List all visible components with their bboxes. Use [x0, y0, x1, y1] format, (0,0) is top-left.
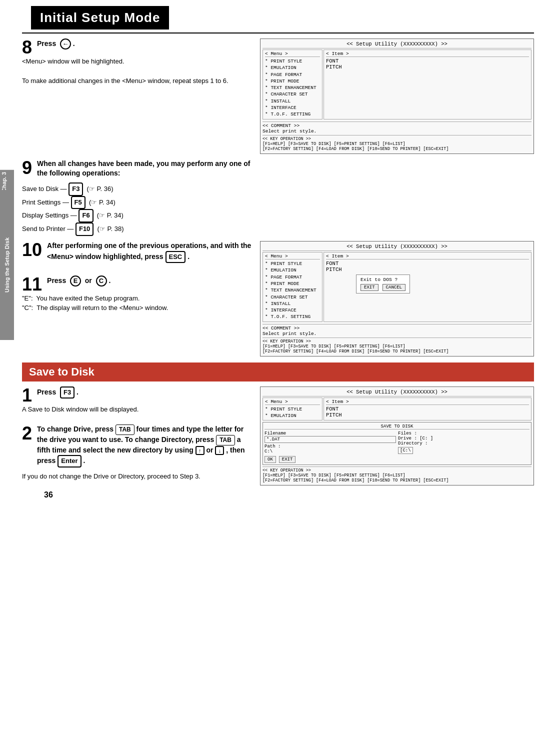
step-11-body: "E": You have exited the Setup program. … [22, 294, 252, 313]
setup-comment-1: << COMMENT >> Select print style. [262, 122, 532, 134]
setup-inner-1: < Menu > * PRINT STYLE * EMULATION * PAG… [262, 50, 532, 120]
setup-inner-3: < Menu > * PRINT STYLE * EMULATION < Ite… [262, 398, 532, 421]
filename-label: Filename [264, 431, 396, 436]
setup-item-header-1: < Item > [326, 51, 529, 57]
save-step-2-title: To change Drive, press TAB four times an… [37, 424, 252, 467]
setup-comment-2: << COMMENT >> Select print style. [262, 324, 532, 336]
exit-dialog-title: Exit to DOS ? [360, 277, 406, 282]
section-divider [22, 32, 534, 34]
step-9-row: 9 When all changes have been made, you m… [22, 159, 534, 236]
setup-menu-col-3: < Menu > * PRINT STYLE * EMULATION [262, 398, 322, 421]
menu-item-2-4: * PRINT MODE [265, 280, 320, 287]
page-title: Initial Setup Mode [40, 10, 160, 26]
step-9-number: 9 [22, 159, 32, 177]
tab-key-2: TAB [216, 435, 235, 446]
step-8-number: 8 [22, 38, 32, 56]
step-8-body2: To make additional changes in the <Menu>… [22, 76, 252, 86]
setup-title-2: << Setup Utility (XXXXXXXXXX) >> [262, 244, 532, 251]
step-10-11-row: 10 After performing one of the previous … [22, 241, 534, 356]
setup-item-col-2: < Item > FONT PITCH Exit to DOS ? EXIT C… [324, 252, 532, 322]
key-e: E [70, 276, 81, 286]
step-10-number: 10 [22, 241, 42, 259]
key-f5: F5 [71, 196, 86, 210]
step-9-item-3: Display Settings — F6 (☞ P. 34) [22, 209, 252, 222]
save-step-1-body: A Save to Disk window will be displayed. [22, 404, 252, 414]
save-to-disk-header: Save to Disk [22, 362, 534, 382]
key-f6: F6 [78, 209, 93, 222]
setup-title-3: << Setup Utility (XXXXXXXXXX) >> [262, 389, 532, 396]
setup-inner-2: < Menu > * PRINT STYLE * EMULATION * PAG… [262, 252, 532, 322]
path-value: C:\ [264, 449, 396, 454]
setup-keyop-2: << KEY OPERATION >> [F1=HELP] [F3=SAVE T… [262, 338, 532, 354]
setup-font-3: FONT [326, 406, 529, 412]
filename-field: *.DAT [264, 436, 396, 443]
step-9-item-4: Send to Printer — F10 (☞ P. 38) [22, 222, 252, 236]
step-8-row: 8 Press ← . <Menu> window will be highli… [22, 38, 534, 154]
menu-item-1-5: * TEXT ENHANCEMENT [265, 84, 320, 91]
setup-menu-header-1: < Menu > [265, 51, 320, 57]
menu-item-2-5: * TEXT ENHANCEMENT [265, 287, 320, 294]
step-11: 11 Press E or C . "E": You have exited t… [22, 276, 252, 313]
exit-btn-save[interactable]: EXIT [279, 456, 296, 463]
step-9-right [260, 159, 534, 236]
key-c: C [96, 276, 107, 286]
menu-item-1-8: * INTERFACE [265, 104, 320, 111]
menu-item-2-6: * CHARACTER SET [265, 294, 320, 300]
save-steps-row: 1 Press F3 . A Save to Disk window will … [22, 386, 534, 486]
or-label: or [85, 276, 92, 284]
save-steps-left: 1 Press F3 . A Save to Disk window will … [22, 386, 252, 486]
ok-btn[interactable]: OK [264, 456, 276, 463]
menu-item-1-4: * PRINT MODE [265, 78, 320, 84]
menu-item-1-3: * PAGE FORMAT [265, 72, 320, 78]
setup-menu-col-1: < Menu > * PRINT STYLE * EMULATION * PAG… [262, 50, 322, 120]
setup-keyop-3: << KEY OPERATION >> [F1=HELP] [F3=SAVE T… [262, 466, 532, 483]
files-label: Files : [398, 431, 530, 436]
menu-item-2-7: * INSTALL [265, 300, 320, 307]
ok-exit-row: OK EXIT [264, 456, 396, 463]
setup-keyop-1: << KEY OPERATION >> [F1=HELP] [F3=SAVE T… [262, 135, 532, 152]
step-9-left: 9 When all changes have been made, you m… [22, 159, 252, 236]
cancel-btn: CANCEL [382, 284, 406, 291]
save-steps-right: << Setup Utility (XXXXXXXXXX) >> < Menu … [260, 386, 534, 486]
setup-utility-box-2: << Setup Utility (XXXXXXXXXX) >> < Menu … [260, 241, 534, 356]
step-11-number: 11 [22, 276, 42, 294]
step-9-body: Save to Disk — F3 (☞ P. 36) Print Settin… [22, 182, 252, 236]
key-esc: ESC [166, 251, 186, 263]
setup-menu-col-2: < Menu > * PRINT STYLE * EMULATION * PAG… [262, 252, 322, 322]
menu-item-2-8: * INTERFACE [265, 307, 320, 314]
setup-menu-header-3: < Menu > [265, 399, 320, 405]
exit-btn: EXIT [360, 284, 378, 291]
setup-item-header-3: < Item > [326, 399, 529, 405]
menu-item-2-1: * PRINT STYLE [265, 260, 320, 267]
step-8-body: <Menu> window will be highlighted. To ma… [22, 56, 252, 86]
step-8-title: Press ← . [37, 38, 252, 50]
drive-label: Drive : [C: ] [398, 436, 530, 441]
arrow-down: ↓ [215, 446, 224, 455]
setup-item-header-2: < Item > [326, 254, 529, 260]
path-label: Path : [264, 444, 396, 449]
save-to-disk-panel-title: SAVE TO DISK [264, 424, 530, 430]
step-11-c-desc: "C": The display will return to the <Men… [22, 303, 252, 313]
setup-pitch-1: PITCH [326, 64, 529, 70]
menu-item-1-6: * CHARACTER SET [265, 91, 320, 98]
setup-font-2: FONT [326, 260, 529, 266]
directory-label: Directory : [398, 441, 530, 446]
or-label-2: or [206, 446, 216, 454]
menu-item-1-2: * EMULATION [265, 64, 320, 71]
menu-item-3-2: * EMULATION [265, 412, 320, 419]
save-step-1: 1 Press F3 . A Save to Disk window will … [22, 386, 252, 414]
setup-menu-header-2: < Menu > [265, 254, 320, 260]
step-10: 10 After performing one of the previous … [22, 241, 252, 263]
menu-item-1-9: * T.O.F. SETTING [265, 111, 320, 118]
exit-dialog: Exit to DOS ? EXIT CANCEL [356, 274, 410, 294]
key-f10: F10 [76, 222, 94, 236]
save-right-col: Files : Drive : [C: ] Directory : [C:\ [398, 431, 530, 463]
setup-utility-box-1: << Setup Utility (XXXXXXXXXX) >> < Menu … [260, 38, 534, 154]
key-f3-save: F3 [60, 386, 74, 398]
step-9-list: Save to Disk — F3 (☞ P. 36) Print Settin… [22, 182, 252, 236]
save-fields-row: Filename *.DAT Path : C:\ OK EXIT [264, 431, 530, 463]
menu-item-2-9: * T.O.F. SETTING [265, 314, 320, 320]
save-step-1-title: Press F3 . [37, 386, 252, 398]
setup-utility-box-3: << Setup Utility (XXXXXXXXXX) >> < Menu … [260, 386, 534, 486]
sidebar-label: Using the Setup Disk [0, 190, 14, 340]
